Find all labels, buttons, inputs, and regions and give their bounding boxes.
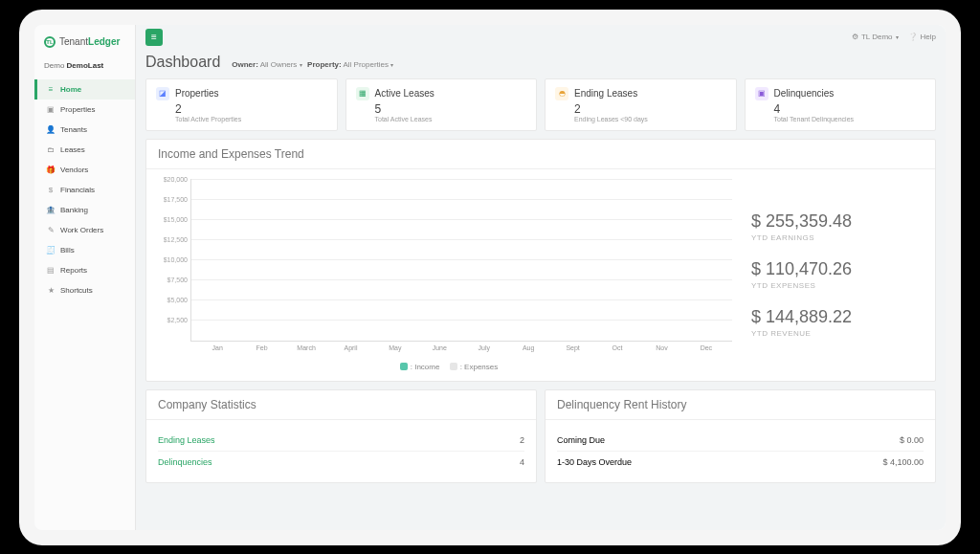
bills-icon: 🧾 xyxy=(47,246,55,255)
x-tick-label: Nov xyxy=(639,344,683,351)
laptop-frame: TL TenantLedger Demo DemoLast ≡Home▣Prop… xyxy=(19,10,961,545)
y-tick-label: $2,500 xyxy=(157,317,188,323)
sidebar-item-leases[interactable]: 🗀Leases xyxy=(34,140,135,160)
sidebar-item-properties[interactable]: ▣Properties xyxy=(34,100,135,120)
company-stat-row: Ending Leases2 xyxy=(158,430,524,452)
company-stats-title: Company Statistics xyxy=(146,390,536,420)
reports-icon: ▤ xyxy=(47,266,55,275)
chart-panel: Income and Expenses Trend JanFebMarchApr… xyxy=(145,139,936,382)
card-subtitle: Total Active Properties xyxy=(156,116,327,122)
main: ≡ ⚙ TL Demo ▾ ❔ Help Dashboard Own xyxy=(136,25,946,530)
card-delinquencies[interactable]: ▣Delinquencies4Total Tenant Delinquencie… xyxy=(745,78,937,131)
sidebar-item-vendors[interactable]: 🎁Vendors xyxy=(34,160,135,180)
sidebar-item-label: Financials xyxy=(60,186,95,194)
x-tick-label: Sept xyxy=(550,344,594,351)
page-title: Dashboard xyxy=(145,54,220,71)
current-user: Demo DemoLast xyxy=(34,57,135,79)
help-icon: ❔ xyxy=(908,33,918,41)
sidebar-item-label: Shortcuts xyxy=(60,286,93,295)
sidebar-item-label: Banking xyxy=(60,206,88,214)
x-tick-label: Oct xyxy=(595,344,639,351)
card-active-leases[interactable]: ▦Active Leases5Total Active Leases xyxy=(345,78,538,131)
user-menu[interactable]: ⚙ TL Demo ▾ xyxy=(852,33,899,41)
app-screen: TL TenantLedger Demo DemoLast ≡Home▣Prop… xyxy=(34,25,946,530)
row-value: $ 0.00 xyxy=(900,435,924,445)
bottom-panels: Company Statistics Ending Leases2Delinqu… xyxy=(145,389,936,483)
filter-owner[interactable]: Owner: All Owners ▾ xyxy=(232,60,301,69)
sidebar: TL TenantLedger Demo DemoLast ≡Home▣Prop… xyxy=(34,25,136,530)
x-tick-label: April xyxy=(328,344,372,351)
row-key: Coming Due xyxy=(557,435,605,445)
stat-value: 2 xyxy=(520,435,524,445)
sidebar-item-bills[interactable]: 🧾Bills xyxy=(34,240,135,260)
stat-key[interactable]: Delinquencies xyxy=(158,457,212,467)
stat-label: YTD REVENUE xyxy=(751,329,924,338)
x-tick-label: March xyxy=(284,344,328,351)
card-ending-leases[interactable]: ◓Ending Leases2Ending Leases <90 days xyxy=(545,78,737,131)
brand: TL TenantLedger xyxy=(34,31,135,57)
company-stats-panel: Company Statistics Ending Leases2Delinqu… xyxy=(145,389,537,483)
stat-value: $ 144,889.22 xyxy=(751,307,924,327)
sidebar-item-financials[interactable]: $Financials xyxy=(34,180,135,200)
stat-key[interactable]: Ending Leases xyxy=(158,435,215,445)
financials-icon: $ xyxy=(47,186,55,194)
help-link[interactable]: ❔ Help xyxy=(908,33,936,41)
sidebar-item-shortcuts[interactable]: ★Shortcuts xyxy=(34,280,135,300)
x-tick-label: Aug xyxy=(506,344,550,351)
card-title: Delinquencies xyxy=(774,88,835,99)
brand-word2: Ledger xyxy=(88,36,120,47)
chart-legend: : Income : Expenses xyxy=(158,363,732,371)
content: Dashboard Owner: All Owners ▾ Property: … xyxy=(136,54,946,493)
legend-swatch-income xyxy=(400,363,408,370)
work-orders-icon: ✎ xyxy=(47,226,55,234)
sidebar-item-reports[interactable]: ▤Reports xyxy=(34,260,135,280)
sidebar-item-banking[interactable]: 🏦Banking xyxy=(34,200,135,220)
card-title: Ending Leases xyxy=(574,88,637,99)
stat-value: $ 110,470.26 xyxy=(751,259,924,279)
shortcuts-icon: ★ xyxy=(47,286,55,295)
sidebar-nav: ≡Home▣Properties👤Tenants🗀Leases🎁Vendors$… xyxy=(34,79,135,300)
stat-label: YTD EARNINGS xyxy=(751,233,924,242)
y-tick-label: $10,000 xyxy=(157,256,188,263)
ytd-stat: $ 255,359.48YTD EARNINGS xyxy=(751,211,924,242)
page-head: Dashboard Owner: All Owners ▾ Property: … xyxy=(145,54,936,71)
card-value: 2 xyxy=(555,102,726,116)
card-subtitle: Ending Leases <90 days xyxy=(555,116,726,122)
sidebar-item-label: Vendors xyxy=(60,166,88,174)
y-tick-label: $7,500 xyxy=(157,277,188,283)
delinquency-panel: Delinquency Rent History Coming Due$ 0.0… xyxy=(545,389,936,483)
row-key: 1-30 Days Overdue xyxy=(557,457,632,467)
sidebar-item-home[interactable]: ≡Home xyxy=(34,79,135,100)
y-tick-label: $15,000 xyxy=(157,215,188,222)
stat-label: YTD EXPENSES xyxy=(751,281,924,290)
sidebar-item-label: Leases xyxy=(60,145,85,154)
sidebar-item-label: Bills xyxy=(60,246,75,255)
brand-logo-icon: TL xyxy=(44,36,56,48)
card-title: Active Leases xyxy=(375,88,434,99)
stat-value: 4 xyxy=(520,457,524,467)
stat-value: $ 255,359.48 xyxy=(751,211,924,232)
card-title: Properties xyxy=(175,88,219,99)
x-tick-label: Jan xyxy=(195,344,239,351)
topbar: ≡ ⚙ TL Demo ▾ ❔ Help xyxy=(136,25,946,50)
chevron-down-icon: ▾ xyxy=(300,62,302,68)
page-filters: Owner: All Owners ▾ Property: All Proper… xyxy=(232,58,399,69)
x-tick-label: Feb xyxy=(239,344,283,351)
card-value: 2 xyxy=(156,102,327,116)
sidebar-item-work-orders[interactable]: ✎Work Orders xyxy=(34,220,135,240)
menu-toggle-button[interactable]: ≡ xyxy=(145,29,163,46)
sidebar-item-label: Properties xyxy=(60,105,95,114)
card-properties[interactable]: ◪Properties2Total Active Properties xyxy=(145,78,338,131)
sidebar-item-tenants[interactable]: 👤Tenants xyxy=(34,120,135,140)
filter-property[interactable]: Property: All Properties ▾ xyxy=(307,60,393,69)
brand-text: TenantLedger xyxy=(59,36,120,47)
card-icon: ▣ xyxy=(755,87,768,100)
delinquency-title: Delinquency Rent History xyxy=(546,390,935,420)
x-tick-label: July xyxy=(462,344,506,351)
company-stat-row: Delinquencies4 xyxy=(158,452,524,473)
summary-cards: ◪Properties2Total Active Properties▦Acti… xyxy=(145,78,936,131)
chevron-down-icon: ▾ xyxy=(390,62,393,68)
row-value: $ 4,100.00 xyxy=(882,457,924,467)
x-tick-label: May xyxy=(373,344,417,351)
card-icon: ◪ xyxy=(156,87,169,100)
